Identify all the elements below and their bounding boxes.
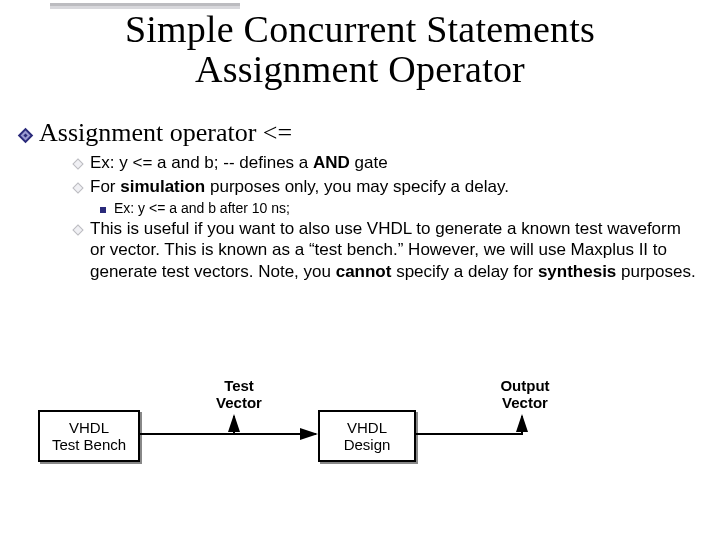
bullet-ex-and: Ex: y <= a and b; -- defines a AND gate xyxy=(74,152,700,174)
bullet-testbench: This is useful if you want to also use V… xyxy=(74,218,700,283)
t: purposes only, you may specify a delay. xyxy=(205,177,509,196)
bullet-testbench-text: This is useful if you want to also use V… xyxy=(90,218,700,283)
bullet-delay-example: Ex: y <= a and b after 10 ns; xyxy=(100,200,700,216)
slide-title: Simple Concurrent Statements Assignment … xyxy=(0,0,720,90)
t: specify a delay for xyxy=(391,262,537,281)
title-line1: Simple Concurrent Statements xyxy=(125,8,595,50)
sub-diamond-icon xyxy=(72,158,83,169)
content-area: Assignment operator <= Ex: y <= a and b;… xyxy=(20,118,700,285)
lvl1-text: Assignment operator <= xyxy=(39,118,292,148)
bullet-level1: Assignment operator <= xyxy=(20,118,700,148)
t: gate xyxy=(350,153,388,172)
bullet-simulation-text: For simulation purposes only, you may sp… xyxy=(90,176,700,198)
bullet-ex-and-text: Ex: y <= a and b; -- defines a AND gate xyxy=(90,152,700,174)
sub-diamond-icon xyxy=(72,182,83,193)
t: Ex: y <= a and b; -- defines a xyxy=(90,153,313,172)
square-icon xyxy=(100,207,106,213)
bullet-simulation: For simulation purposes only, you may sp… xyxy=(74,176,700,198)
sub-bullets: Ex: y <= a and b; -- defines a AND gate … xyxy=(74,152,700,283)
title-rule xyxy=(50,3,240,6)
slide: Simple Concurrent Statements Assignment … xyxy=(0,0,720,540)
bullet-delay-text: Ex: y <= a and b after 10 ns; xyxy=(114,200,700,216)
diamond-icon xyxy=(20,130,31,141)
t-bold: cannot xyxy=(336,262,392,281)
title-line2: Assignment Operator xyxy=(195,48,525,90)
t: purposes. xyxy=(616,262,695,281)
t-bold: synthesis xyxy=(538,262,616,281)
sub-diamond-icon xyxy=(72,224,83,235)
block-diagram: VHDL Test Bench Test Vector VHDL Design … xyxy=(38,378,618,498)
t-bold: AND xyxy=(313,153,350,172)
t-bold: simulation xyxy=(120,177,205,196)
t: For xyxy=(90,177,120,196)
arrows-svg xyxy=(38,378,618,498)
